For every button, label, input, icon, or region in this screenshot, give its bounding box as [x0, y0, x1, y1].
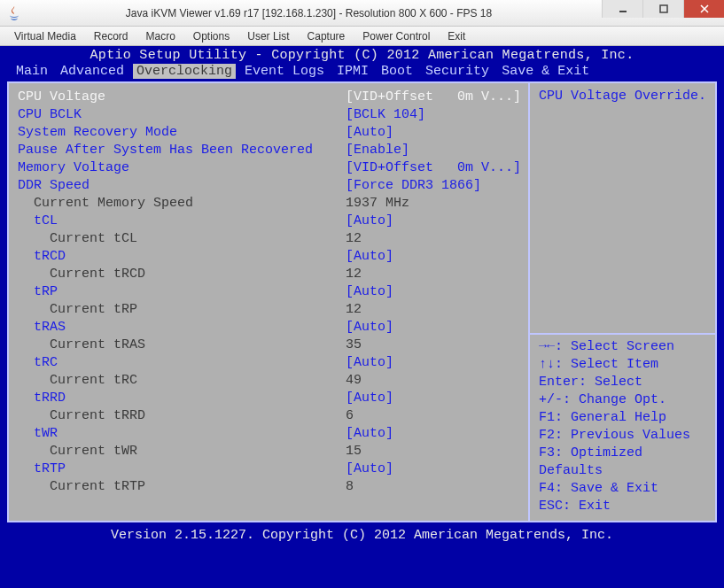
item-cpu-voltage[interactable]: CPU Voltage [VID+Offset 0m V...] [18, 89, 521, 106]
help-pane: CPU Voltage Override. →←: Select Screen … [530, 83, 715, 521]
item-tcl[interactable]: tCL [Auto] [18, 213, 521, 230]
item-cur-trrd: Current tRRD 6 [18, 407, 521, 425]
window-titlebar: Java iKVM Viewer v1.69 r17 [192.168.1.23… [0, 0, 724, 27]
bios-content-frame: CPU Voltage [VID+Offset 0m V...] CPU BCL… [7, 81, 717, 522]
label-cur-trp: Current tRP [18, 301, 346, 319]
value-trrd: [Auto] [346, 390, 521, 407]
help-key-row: ↑↓: Select Item [539, 356, 708, 374]
label-trtp: tRTP [18, 460, 346, 478]
label-cur-trcd: Current tRCD [18, 266, 346, 283]
maximize-button[interactable] [642, 0, 683, 18]
value-cur-twr: 15 [346, 443, 521, 460]
item-cur-tcl: Current tCL 12 [18, 230, 521, 248]
tab-ipmi[interactable]: IPMI [333, 64, 372, 79]
label-memory-voltage: Memory Voltage [18, 159, 346, 177]
help-keys: →←: Select Screen ↑↓: Select Item Enter:… [539, 338, 708, 515]
item-trrd[interactable]: tRRD [Auto] [18, 390, 521, 407]
label-cur-mem-speed: Current Memory Speed [18, 195, 346, 213]
tab-boot[interactable]: Boot [378, 64, 416, 79]
item-memory-voltage[interactable]: Memory Voltage [VID+Offset 0m V...] [18, 159, 521, 177]
label-recovery-mode: System Recovery Mode [18, 124, 346, 142]
tab-security[interactable]: Security [422, 64, 493, 79]
label-twr: tWR [18, 425, 346, 443]
app-menubar: Virtual Media Record Macro Options User … [0, 27, 724, 46]
value-cur-tcl: 12 [346, 230, 521, 248]
bios-screen: Aptio Setup Utility - Copyright (C) 2012… [0, 46, 724, 588]
menu-macro[interactable]: Macro [137, 28, 184, 44]
tab-save-exit[interactable]: Save & Exit [498, 64, 593, 79]
label-trp: tRP [18, 283, 346, 301]
value-trtp: [Auto] [346, 460, 521, 478]
help-key-row: Enter: Select [539, 374, 708, 391]
item-cpu-bclk[interactable]: CPU BCLK [BCLK 104] [18, 106, 521, 124]
value-cpu-bclk: [BCLK 104] [346, 106, 521, 124]
menu-record[interactable]: Record [85, 28, 137, 44]
item-twr[interactable]: tWR [Auto] [18, 425, 521, 443]
label-cur-trrd: Current tRRD [18, 407, 346, 425]
label-cur-trtp: Current tRTP [18, 478, 346, 496]
value-cur-mem-speed: 1937 MHz [346, 195, 521, 213]
menu-user-list[interactable]: User List [238, 28, 298, 44]
value-cur-trc: 49 [346, 372, 521, 390]
settings-pane: CPU Voltage [VID+Offset 0m V...] CPU BCL… [9, 83, 530, 521]
item-cur-trp: Current tRP 12 [18, 301, 521, 319]
value-cur-trrd: 6 [346, 407, 521, 425]
item-cur-mem-speed: Current Memory Speed 1937 MHz [18, 195, 521, 213]
tab-event-logs[interactable]: Event Logs [241, 64, 328, 79]
bios-header: Aptio Setup Utility - Copyright (C) 2012… [0, 46, 724, 63]
item-trcd[interactable]: tRCD [Auto] [18, 248, 521, 266]
help-key-row: +/-: Change Opt. [539, 391, 708, 409]
item-ddr-speed[interactable]: DDR Speed [Force DDR3 1866] [18, 177, 521, 195]
bios-footer: Version 2.15.1227. Copyright (C) 2012 Am… [0, 526, 724, 548]
value-cur-trp: 12 [346, 301, 521, 319]
minimize-button[interactable] [602, 0, 642, 18]
item-cur-trc: Current tRC 49 [18, 372, 521, 390]
value-ddr-speed: [Force DDR3 1866] [346, 177, 521, 195]
label-cpu-bclk: CPU BCLK [18, 106, 346, 124]
item-cur-trtp: Current tRTP 8 [18, 478, 521, 496]
menu-capture[interactable]: Capture [299, 28, 354, 44]
label-trcd: tRCD [18, 248, 346, 266]
help-key-row: F1: General Help [539, 409, 708, 427]
value-cur-trtp: 8 [346, 478, 521, 496]
item-pause-after-recover[interactable]: Pause After System Has Been Recovered [E… [18, 142, 521, 159]
value-tcl: [Auto] [346, 213, 521, 230]
value-recovery-mode: [Auto] [346, 124, 521, 142]
label-tras: tRAS [18, 319, 346, 337]
value-memory-voltage: [VID+Offset 0m V...] [346, 159, 521, 177]
help-key-row: F2: Previous Values [539, 427, 708, 445]
tab-advanced[interactable]: Advanced [57, 64, 128, 79]
tab-main[interactable]: Main [12, 64, 51, 79]
window-title: Java iKVM Viewer v1.69 r17 [192.168.1.23… [0, 0, 618, 26]
menu-power-control[interactable]: Power Control [354, 28, 439, 44]
menu-options[interactable]: Options [184, 28, 238, 44]
value-tras: [Auto] [346, 319, 521, 337]
tab-overclocking[interactable]: Overclocking [133, 64, 236, 79]
label-cpu-voltage: CPU Voltage [18, 89, 346, 106]
item-trc[interactable]: tRC [Auto] [18, 354, 521, 372]
java-app-icon [7, 6, 21, 20]
help-key-row: F3: Optimized Defaults [539, 445, 708, 480]
label-pause-after-recover: Pause After System Has Been Recovered [18, 142, 346, 159]
item-cur-trcd: Current tRCD 12 [18, 266, 521, 283]
value-pause-after-recover: [Enable] [346, 142, 521, 159]
value-trc: [Auto] [346, 354, 521, 372]
item-trtp[interactable]: tRTP [Auto] [18, 460, 521, 478]
help-key-row: F4: Save & Exit [539, 480, 708, 498]
item-tras[interactable]: tRAS [Auto] [18, 319, 521, 337]
item-recovery-mode[interactable]: System Recovery Mode [Auto] [18, 124, 521, 142]
help-divider [530, 333, 715, 335]
bios-tabs: Main Advanced Overclocking Event Logs IP… [0, 63, 724, 81]
item-cur-twr: Current tWR 15 [18, 443, 521, 460]
window-controls [602, 0, 724, 18]
value-trcd: [Auto] [346, 248, 521, 266]
close-button[interactable] [683, 0, 724, 18]
item-trp[interactable]: tRP [Auto] [18, 283, 521, 301]
help-key-row: ESC: Exit [539, 498, 708, 515]
value-cpu-voltage: [VID+Offset 0m V...] [346, 89, 521, 106]
label-trrd: tRRD [18, 390, 346, 407]
value-cur-trcd: 12 [346, 266, 521, 283]
label-cur-trc: Current tRC [18, 372, 346, 390]
menu-exit[interactable]: Exit [439, 28, 474, 44]
menu-virtual-media[interactable]: Virtual Media [5, 28, 85, 44]
